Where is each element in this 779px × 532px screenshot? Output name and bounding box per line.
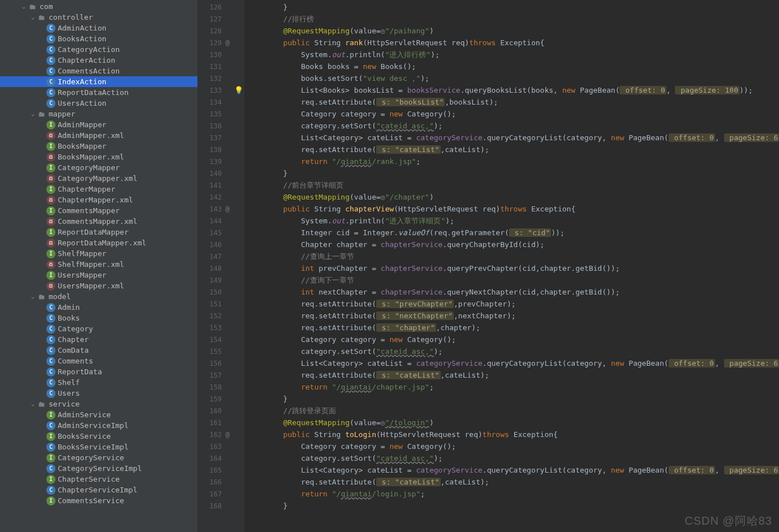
tree-item-usersaction[interactable]: ›CUsersAction — [0, 98, 197, 109]
tree-item-chapterservice[interactable]: ›IChapterService — [0, 474, 197, 485]
tree-item-adminservice[interactable]: ›IAdminService — [0, 409, 197, 420]
code-line[interactable]: @RequestMapping(value=◎"/paihang") — [244, 25, 779, 37]
tree-item-com[interactable]: ⌵🖿com — [0, 1, 197, 12]
code-line[interactable]: req.setAttribute( s: "booksList",booksLi… — [244, 96, 779, 108]
gutter-override-marker[interactable]: @ — [222, 39, 233, 47]
tree-item-chapterserviceimpl[interactable]: ›CChapterServiceImpl — [0, 485, 197, 495]
code-line[interactable]: } — [244, 500, 779, 512]
code-line[interactable]: req.setAttribute( s: "cateList",cateList… — [244, 144, 779, 155]
tree-item-reportdataaction[interactable]: ›CReportDataAction — [0, 87, 197, 98]
code-line[interactable]: System.out.println("进入排行榜"); — [244, 49, 779, 60]
tree-item-categorymapper-xml[interactable]: ›⛭CategoryMapper.xml — [0, 173, 197, 184]
tree-item-usersmapper[interactable]: ›IUsersMapper — [0, 270, 197, 280]
tree-item-commentsmapper[interactable]: ›ICommentsMapper — [0, 205, 197, 216]
code-line[interactable]: req.setAttribute( s: "prevChapter",prevC… — [244, 298, 779, 310]
tree-item-reportdata[interactable]: ›CReportData — [0, 366, 197, 377]
tree-item-shelfmapper[interactable]: ›IShelfMapper — [0, 248, 197, 259]
project-tree[interactable]: ⌵🖿com⌵🖿controller›CAdminAction›CBooksAct… — [0, 0, 198, 532]
code-line[interactable]: List<Category> cateList = categoryServic… — [244, 464, 779, 476]
tree-item-model[interactable]: ⌵🖿model — [0, 291, 197, 302]
code-line[interactable]: List<Category> cateList = categoryServic… — [244, 132, 779, 144]
code-area[interactable]: } //排行榜 @RequestMapping(value=◎"/paihang… — [244, 0, 779, 532]
code-line[interactable]: } — [244, 1, 779, 13]
tree-item-admin[interactable]: ›CAdmin — [0, 302, 197, 313]
code-line[interactable]: return "/qiantai/login.jsp"; — [244, 488, 779, 500]
code-line[interactable]: public String chapterView(HttpServletReq… — [244, 203, 779, 215]
tree-item-commentsservice[interactable]: ›ICommentsService — [0, 495, 197, 506]
code-line[interactable]: public String rank(HttpServletRequest re… — [244, 37, 779, 49]
code-line[interactable]: //排行榜 — [244, 13, 779, 25]
gutter-override-marker[interactable]: @ — [222, 431, 233, 439]
tree-item-adminaction[interactable]: ›CAdminAction — [0, 23, 197, 33]
code-line[interactable]: req.setAttribute( s: "nextChapter",nextC… — [244, 310, 779, 322]
code-line[interactable]: Category category = new Category(); — [244, 108, 779, 120]
tree-item-comments[interactable]: ›CComments — [0, 356, 197, 366]
code-line[interactable]: //查询上一章节 — [244, 250, 779, 262]
tree-item-mapper[interactable]: ⌵🖿mapper — [0, 109, 197, 119]
code-line[interactable]: //查询下一章节 — [244, 274, 779, 286]
code-line[interactable]: req.setAttribute( s: "cateList",cateList… — [244, 476, 779, 488]
tree-item-booksmapper-xml[interactable]: ›⛭BooksMapper.xml — [0, 152, 197, 162]
tree-item-chapter[interactable]: ›CChapter — [0, 334, 197, 345]
code-line[interactable]: Books books = new Books(); — [244, 60, 779, 72]
code-line[interactable]: books.setSort("view desc ,"); — [244, 72, 779, 84]
tree-item-commentsmapper-xml[interactable]: ›⛭CommentsMapper.xml — [0, 216, 197, 227]
code-line[interactable]: category.setSort("cateid asc,"); — [244, 120, 779, 132]
tree-item-chaptermapper[interactable]: ›IChapterMapper — [0, 184, 197, 194]
code-line[interactable]: category.setSort("cateid asc,"); — [244, 452, 779, 464]
code-line[interactable]: int nextChapter = chapterService.queryNe… — [244, 286, 779, 298]
tree-item-booksmapper[interactable]: ›IBooksMapper — [0, 141, 197, 152]
tree-item-categoryservice[interactable]: ›ICategoryService — [0, 452, 197, 463]
code-line[interactable]: List<Books> booksList = booksService.que… — [244, 84, 779, 96]
code-line[interactable]: @RequestMapping(value=◎"/tologin") — [244, 417, 779, 429]
tree-item-reportdatamapper[interactable]: ›IReportDataMapper — [0, 227, 197, 237]
code-line[interactable]: public String toLogin(HttpServletRequest… — [244, 429, 779, 440]
code-line[interactable]: } — [244, 393, 779, 405]
tree-item-adminmapper[interactable]: ›IAdminMapper — [0, 119, 197, 130]
chevron-down-icon[interactable]: ⌵ — [29, 294, 36, 300]
chevron-down-icon[interactable]: ⌵ — [29, 15, 36, 20]
tree-item-shelf[interactable]: ›CShelf — [0, 377, 197, 388]
tree-item-chapteraction[interactable]: ›CChapterAction — [0, 55, 197, 66]
lightbulb-icon[interactable]: 💡 — [233, 86, 244, 94]
tree-item-commentsaction[interactable]: ›CCommentsAction — [0, 66, 197, 76]
code-line[interactable]: @RequestMapping(value=◎"/chapter") — [244, 191, 779, 203]
tree-item-chaptermapper-xml[interactable]: ›⛭ChapterMapper.xml — [0, 194, 197, 205]
code-line[interactable]: req.setAttribute( s: "cateList",cateList… — [244, 369, 779, 381]
gutter-override-marker[interactable]: @ — [222, 205, 233, 213]
code-line[interactable]: category.setSort("cateid asc,"); — [244, 345, 779, 357]
code-line[interactable]: //跳转登录页面 — [244, 405, 779, 417]
tree-item-booksservice[interactable]: ›IBooksService — [0, 431, 197, 442]
tree-item-booksaction[interactable]: ›CBooksAction — [0, 33, 197, 44]
tree-item-reportdatamapper-xml[interactable]: ›⛭ReportDataMapper.xml — [0, 237, 197, 248]
tree-item-categoryaction[interactable]: ›CCategoryAction — [0, 44, 197, 55]
chevron-down-icon[interactable]: ⌵ — [20, 4, 27, 10]
code-line[interactable]: return "/qiantai/chapter.jsp"; — [244, 381, 779, 393]
tree-item-books[interactable]: ›CBooks — [0, 313, 197, 323]
code-line[interactable]: System.out.println("进入章节详细页"); — [244, 215, 779, 227]
tree-item-users[interactable]: ›CUsers — [0, 388, 197, 399]
tree-item-usersmapper-xml[interactable]: ›⛭UsersMapper.xml — [0, 280, 197, 291]
code-line[interactable]: req.setAttribute( s: "chapter",chapter); — [244, 322, 779, 334]
tree-item-adminmapper-xml[interactable]: ›⛭AdminMapper.xml — [0, 130, 197, 141]
code-line[interactable]: int prevChapter = chapterService.queryPr… — [244, 262, 779, 274]
code-line[interactable]: List<Category> cateList = categoryServic… — [244, 357, 779, 369]
code-line[interactable]: Integer cid = Integer.valueOf(req.getPar… — [244, 227, 779, 239]
code-line[interactable]: } — [244, 167, 779, 179]
tree-item-shelfmapper-xml[interactable]: ›⛭ShelfMapper.xml — [0, 259, 197, 270]
code-editor[interactable]: 126127128129@130131132133💡13413513613713… — [198, 0, 779, 532]
code-line[interactable]: //前台章节详细页 — [244, 179, 779, 191]
tree-item-categoryserviceimpl[interactable]: ›CCategoryServiceImpl — [0, 463, 197, 474]
chevron-down-icon[interactable]: ⌵ — [29, 401, 36, 407]
tree-item-category[interactable]: ›CCategory — [0, 323, 197, 334]
code-line[interactable]: Chapter chapter = chapterService.queryCh… — [244, 239, 779, 250]
tree-item-comdata[interactable]: ›CComData — [0, 345, 197, 356]
tree-item-indexaction[interactable]: ›CIndexAction — [0, 76, 197, 87]
code-line[interactable]: Category category = new Category(); — [244, 440, 779, 452]
tree-item-booksserviceimpl[interactable]: ›CBooksServiceImpl — [0, 442, 197, 452]
tree-item-categorymapper[interactable]: ›ICategoryMapper — [0, 162, 197, 173]
code-line[interactable]: return "/qiantai/rank.jsp"; — [244, 155, 779, 167]
chevron-down-icon[interactable]: ⌵ — [29, 111, 36, 117]
code-line[interactable]: Category category = new Category(); — [244, 334, 779, 345]
tree-item-adminserviceimpl[interactable]: ›CAdminServiceImpl — [0, 420, 197, 431]
